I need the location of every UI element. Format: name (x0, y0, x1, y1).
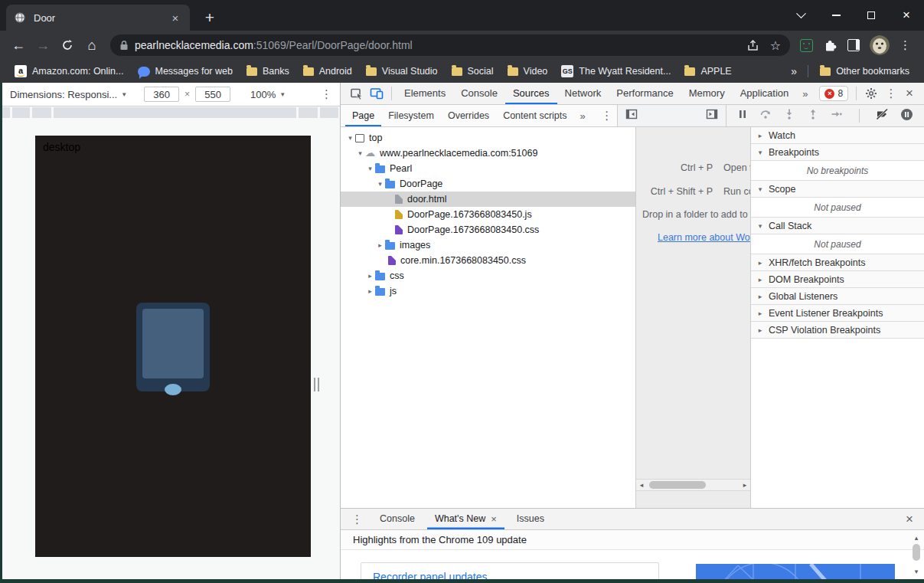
more-navigator-tabs-icon[interactable]: » (574, 110, 592, 122)
bookmark-star-icon[interactable]: ☆ (770, 38, 781, 53)
emulated-page[interactable]: desktop (35, 136, 311, 557)
browser-menu-icon[interactable]: ⋮ (900, 38, 911, 52)
learn-more-link[interactable]: Learn more about Workspaces (658, 232, 751, 243)
reload-button[interactable] (55, 33, 80, 57)
share-icon[interactable] (746, 39, 759, 52)
step-over-icon[interactable] (759, 108, 772, 123)
scroll-left-icon[interactable]: ◂ (636, 481, 647, 489)
drawer-menu-icon[interactable]: ⋮ (347, 513, 367, 526)
window-maximize-button[interactable] (854, 0, 889, 31)
scrollbar-thumb[interactable] (649, 481, 706, 489)
scroll-right-icon[interactable]: ▸ (740, 481, 750, 489)
error-count-badge[interactable]: × 8 (819, 86, 848, 101)
devtools-menu-icon[interactable]: ⋮ (881, 84, 901, 103)
tab-performance[interactable]: Performance (609, 83, 681, 104)
drawer-tab-console[interactable]: Console (372, 509, 423, 529)
tab-console[interactable]: Console (453, 83, 505, 104)
bookmark-messages[interactable]: Messages for web (131, 62, 240, 80)
more-tabs-icon[interactable]: » (796, 88, 814, 100)
tree-row-core-css[interactable]: core.min.1673668083450.css (341, 253, 635, 268)
window-minimize-button[interactable] (818, 0, 854, 31)
section-scope[interactable]: ▾ Scope (751, 181, 924, 198)
hide-debugger-icon[interactable] (706, 108, 718, 123)
tab-network[interactable]: Network (557, 83, 609, 104)
tree-row-doorpage-css[interactable]: DoorPage.1673668083450.css (341, 222, 635, 237)
window-menu-chevron-icon[interactable] (783, 0, 818, 31)
expand-arrow-icon[interactable]: ▾ (365, 165, 375, 172)
navigator-menu-icon[interactable]: ⋮ (601, 109, 612, 123)
tree-row-domain[interactable]: ▾ ☁ www.pearlnecklacemedia.com:51069 (341, 146, 635, 161)
address-bar[interactable]: pearlnecklacemedia.com :51069/Pearl/Door… (110, 34, 790, 56)
height-input[interactable] (195, 87, 230, 102)
tree-row-js[interactable]: ▸ js (341, 283, 635, 299)
section-watch[interactable]: ▸ Watch (751, 127, 924, 144)
expand-arrow-icon[interactable]: ▸ (375, 241, 385, 249)
extensions-puzzle-icon[interactable] (823, 38, 837, 53)
tree-row-doorpage-js[interactable]: DoorPage.1673668083450.js (341, 207, 635, 222)
step-into-icon[interactable] (783, 108, 795, 123)
side-panel-icon[interactable] (847, 39, 860, 51)
zoom-dropdown[interactable]: 100% (250, 89, 276, 100)
bookmark-folder-apple[interactable]: APPLE (677, 62, 738, 80)
tab-filesystem[interactable]: Filesystem (381, 105, 441, 126)
bookmarks-overflow-icon[interactable]: » (785, 65, 803, 77)
expand-arrow-icon[interactable]: ▾ (355, 149, 365, 157)
section-call-stack[interactable]: ▾ Call Stack (751, 218, 924, 234)
tree-row-images[interactable]: ▸ images (341, 237, 635, 253)
drawer-tab-issues[interactable]: Issues (509, 509, 552, 529)
device-resize-handle-right[interactable] (314, 378, 319, 391)
section-event-listener-breakpoints[interactable]: ▸ Event Listener Breakpoints (751, 305, 924, 322)
section-csp-violation-breakpoints[interactable]: ▸ CSP Violation Breakpoints (751, 322, 924, 339)
inspect-element-icon[interactable] (347, 84, 367, 103)
tab-content-scripts[interactable]: Content scripts (496, 105, 573, 126)
extension-badge-icon[interactable] (800, 39, 813, 52)
recorder-updates-card[interactable]: Recorder panel updates (361, 562, 659, 579)
width-input[interactable] (144, 87, 179, 102)
tree-row-pearl[interactable]: ▾ Pearl (341, 161, 635, 176)
other-bookmarks[interactable]: Other bookmarks (813, 62, 916, 80)
drawer-tab-whats-new[interactable]: What's New × (427, 509, 504, 529)
hide-navigator-icon[interactable] (625, 108, 638, 123)
section-xhr-breakpoints[interactable]: ▸ XHR/fetch Breakpoints (751, 254, 924, 271)
bookmark-folder-visual-studio[interactable]: Visual Studio (359, 62, 445, 80)
media-query-bar[interactable] (2, 106, 340, 120)
expand-arrow-icon[interactable]: ▸ (365, 272, 375, 280)
scrollbar-thumb[interactable] (913, 544, 920, 561)
section-breakpoints[interactable]: ▾ Breakpoints (751, 144, 924, 161)
tree-row-top[interactable]: ▾ top (341, 130, 635, 146)
tab-page[interactable]: Page (345, 105, 381, 126)
tab-elements[interactable]: Elements (397, 83, 453, 104)
settings-gear-icon[interactable] (861, 84, 881, 103)
pause-script-icon[interactable] (737, 109, 748, 123)
new-tab-button[interactable]: + (199, 7, 220, 28)
section-global-listeners[interactable]: ▸ Global Listeners (751, 288, 924, 305)
devtools-close-icon[interactable]: × (901, 86, 918, 101)
tab-application[interactable]: Application (733, 83, 797, 104)
step-icon[interactable] (831, 108, 843, 123)
expand-arrow-icon[interactable]: ▸ (365, 287, 375, 295)
home-button[interactable]: ⌂ (80, 33, 104, 57)
bookmark-wyatt[interactable]: GS The Wyatt Resident... (554, 62, 677, 80)
tree-row-css[interactable]: ▸ css (341, 268, 635, 283)
bookmark-amazon[interactable]: a Amazon.com: Onlin... (8, 62, 131, 80)
expand-arrow-icon[interactable]: ▾ (375, 180, 385, 188)
tab-close-icon[interactable]: × (168, 11, 182, 25)
bookmark-folder-banks[interactable]: Banks (240, 62, 296, 80)
close-tab-icon[interactable]: × (491, 509, 497, 529)
profile-avatar[interactable] (870, 35, 890, 55)
vertical-scrollbar[interactable]: ▴ ▾ (911, 532, 922, 577)
bookmark-folder-video[interactable]: Video (501, 62, 555, 80)
step-out-icon[interactable] (807, 108, 819, 123)
tab-memory[interactable]: Memory (681, 83, 733, 104)
scroll-down-icon[interactable]: ▾ (911, 568, 922, 575)
bookmark-folder-social[interactable]: Social (445, 62, 501, 80)
tree-row-doorpage[interactable]: ▾ DoorPage (341, 176, 635, 192)
expand-arrow-icon[interactable]: ▾ (345, 134, 355, 142)
deactivate-breakpoints-icon[interactable] (876, 108, 889, 123)
device-toolbar-toggle-icon[interactable] (367, 84, 387, 103)
pause-on-exceptions-icon[interactable] (900, 108, 913, 124)
tab-overrides[interactable]: Overrides (441, 105, 496, 126)
section-dom-breakpoints[interactable]: ▸ DOM Breakpoints (751, 271, 924, 288)
bookmark-folder-android[interactable]: Android (296, 62, 359, 80)
tab-sources[interactable]: Sources (505, 83, 557, 104)
